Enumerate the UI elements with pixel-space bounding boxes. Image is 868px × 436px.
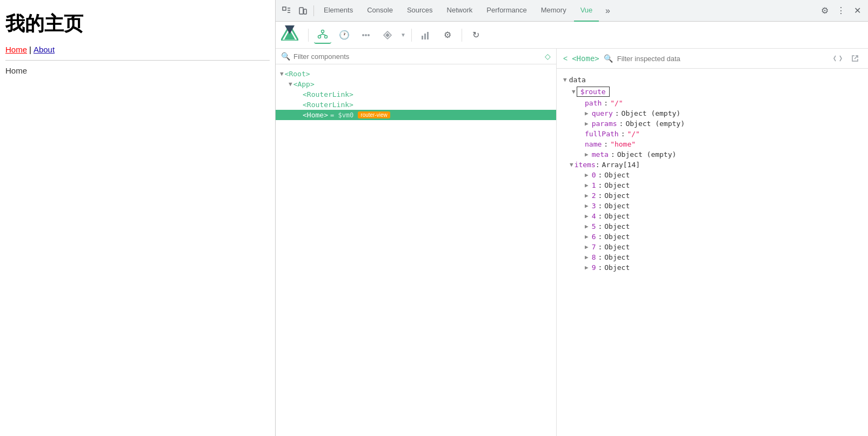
- route-row[interactable]: ▼ $route: [557, 85, 868, 98]
- array-item-9[interactable]: ▶ 9 : Object: [557, 262, 868, 273]
- tab-network[interactable]: Network: [440, 0, 479, 22]
- tab-performance[interactable]: Performance: [480, 0, 533, 22]
- vue-devtools: 🕐 ▼: [276, 22, 868, 436]
- arr-index-0: 0: [592, 171, 596, 179]
- tab-elements[interactable]: Elements: [317, 0, 359, 22]
- filter-components-search-icon: 🔍: [281, 52, 290, 61]
- vue-toolbar: 🕐 ▼: [276, 22, 868, 49]
- performance-tab-icon[interactable]: [417, 27, 435, 44]
- tree-node-home[interactable]: <Home> = $vm0 router-view: [276, 110, 556, 120]
- query-arrow: ▶: [585, 110, 589, 117]
- router-tab-icon[interactable]: [379, 27, 396, 44]
- data-params-row[interactable]: ▶ params : Object (empty): [557, 118, 868, 129]
- device-toolbar-icon[interactable]: [295, 3, 310, 18]
- more-tabs-button[interactable]: »: [600, 3, 615, 18]
- data-meta-row[interactable]: ▶ meta : Object (empty): [557, 149, 868, 160]
- tree-node-routerlink1[interactable]: <RouterLink>: [276, 89, 556, 100]
- inspector-code-icon[interactable]: [831, 52, 844, 65]
- svg-line-13: [319, 34, 323, 36]
- filter-components-bar: 🔍 ◇: [276, 49, 556, 64]
- name-key: name: [585, 140, 602, 148]
- tree-node-routerlink2[interactable]: <RouterLink>: [276, 100, 556, 110]
- devtools-panel: Elements Console Sources Network Perform…: [276, 0, 868, 436]
- arr-arrow-4: ▶: [585, 213, 589, 220]
- tree-node-root[interactable]: ▼ <Root>: [276, 69, 556, 79]
- arr-index-7: 7: [592, 243, 596, 251]
- timeline-tab-icon[interactable]: 🕐: [336, 27, 353, 44]
- params-key: params: [592, 120, 617, 128]
- component-tree-tab-icon[interactable]: [314, 27, 331, 44]
- array-item-8[interactable]: ▶ 8 : Object: [557, 252, 868, 262]
- data-section-header[interactable]: ▼ data: [557, 74, 868, 85]
- vue-logo-icon: [281, 25, 298, 44]
- array-item-0[interactable]: ▶ 0 : Object: [557, 170, 868, 180]
- arr-index-6: 6: [592, 233, 596, 241]
- devtools-close-icon[interactable]: ✕: [850, 3, 865, 18]
- inspector-component-name: <Home>: [572, 54, 599, 63]
- items-row[interactable]: ▼ items : Array[14]: [557, 160, 868, 170]
- svg-rect-4: [299, 8, 303, 14]
- vue-toolbar-sep2: [411, 29, 412, 42]
- array-item-5[interactable]: ▶ 5 : Object: [557, 221, 868, 232]
- vue-settings-icon[interactable]: ⚙: [439, 27, 456, 44]
- arr-index-8: 8: [592, 253, 596, 261]
- tab-memory[interactable]: Memory: [535, 0, 573, 22]
- svg-rect-0: [283, 7, 286, 10]
- params-value: Object (empty): [625, 120, 685, 128]
- query-value: Object (empty): [622, 109, 681, 117]
- filter-components-input[interactable]: [293, 52, 542, 61]
- svg-rect-21: [424, 34, 426, 39]
- arr-val-2: Object: [604, 191, 630, 200]
- tree-vm-label: = $vm0: [330, 111, 353, 119]
- meta-key: meta: [592, 150, 609, 158]
- arr-arrow-6: ▶: [585, 233, 589, 240]
- array-item-2[interactable]: ▶ 2 : Object: [557, 190, 868, 201]
- data-section-arrow: ▼: [563, 76, 567, 83]
- component-filter-shape-icon[interactable]: ◇: [545, 52, 551, 61]
- nav-home-link[interactable]: Home: [5, 45, 27, 54]
- filter-data-search-icon: 🔍: [604, 54, 613, 63]
- router-dropdown-arrow[interactable]: ▼: [400, 32, 406, 38]
- nav-about-link[interactable]: About: [34, 45, 55, 54]
- items-value: Array[14]: [602, 161, 640, 169]
- svg-marker-19: [385, 33, 390, 37]
- svg-point-16: [365, 34, 367, 36]
- page-title: 我的主页: [5, 11, 270, 37]
- arr-val-1: Object: [604, 181, 630, 189]
- data-name-row: name : "home": [557, 139, 868, 149]
- arr-arrow-3: ▶: [585, 202, 589, 209]
- tab-console[interactable]: Console: [360, 0, 399, 22]
- inspect-element-icon[interactable]: [279, 3, 294, 18]
- data-inspector-panel: <<Home> 🔍: [557, 49, 868, 436]
- data-fullpath-row: fullPath : "/": [557, 129, 868, 139]
- arr-val-9: Object: [604, 263, 630, 272]
- meta-arrow: ▶: [585, 151, 589, 158]
- array-item-6[interactable]: ▶ 6 : Object: [557, 232, 868, 242]
- vue-refresh-icon[interactable]: ↻: [468, 27, 485, 44]
- route-expand-arrow: ▼: [572, 88, 576, 95]
- inspector-open-icon[interactable]: [849, 52, 862, 65]
- svg-line-14: [323, 34, 326, 36]
- route-key-box: $route: [577, 87, 610, 97]
- array-item-4[interactable]: ▶ 4 : Object: [557, 211, 868, 221]
- svg-line-23: [854, 56, 858, 59]
- devtools-more-icon[interactable]: ⋮: [833, 3, 849, 18]
- web-page-area: 我的主页 Home|About Home: [0, 0, 276, 436]
- items-key: items: [575, 161, 596, 169]
- data-query-row[interactable]: ▶ query : Object (empty): [557, 108, 868, 118]
- tree-arrow-app: ▼: [289, 81, 292, 88]
- tab-sources[interactable]: Sources: [400, 0, 439, 22]
- vuex-tab-icon[interactable]: [357, 27, 375, 44]
- tab-vue[interactable]: Vue: [574, 0, 599, 22]
- arr-arrow-1: ▶: [585, 182, 589, 189]
- arr-val-0: Object: [604, 171, 630, 179]
- arr-arrow-7: ▶: [585, 243, 589, 250]
- filter-data-input[interactable]: [617, 55, 827, 63]
- devtools-settings-icon[interactable]: ⚙: [817, 3, 832, 18]
- component-name-home: <Home>: [303, 111, 328, 119]
- array-item-3[interactable]: ▶ 3 : Object: [557, 201, 868, 211]
- array-item-7[interactable]: ▶ 7 : Object: [557, 242, 868, 252]
- array-item-1[interactable]: ▶ 1 : Object: [557, 180, 868, 190]
- tree-node-app[interactable]: ▼ <App>: [276, 79, 556, 89]
- svg-point-17: [368, 34, 370, 36]
